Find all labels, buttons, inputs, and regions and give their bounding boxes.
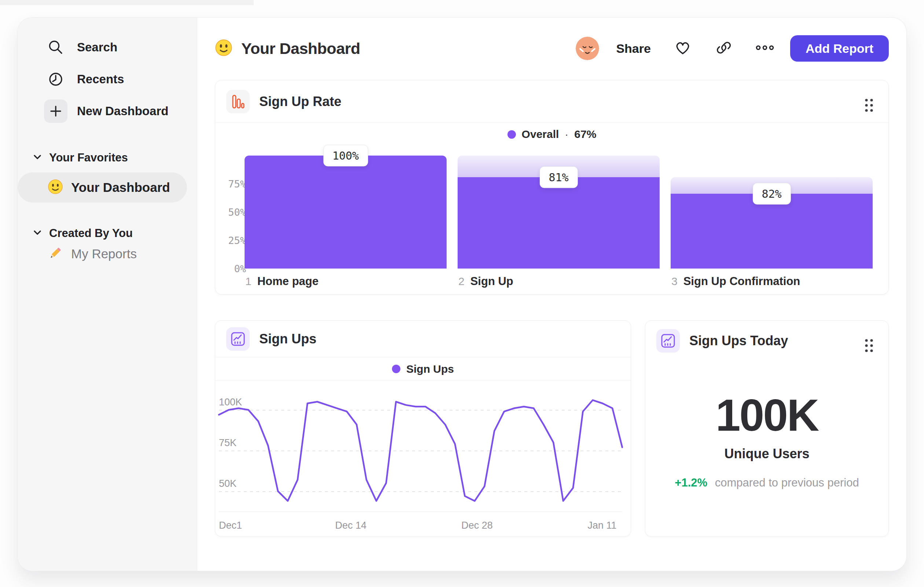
smiley-emoji	[48, 179, 63, 196]
ellipsis-icon	[755, 44, 774, 53]
page-header: Your Dashboard Share	[215, 35, 889, 62]
line-chart-icon	[226, 327, 250, 351]
line-x-axis: Dec1Dec 14Dec 28Jan 11	[219, 511, 622, 537]
funnel-step-label: 3 Sign Up Confirmation	[671, 275, 873, 288]
funnel-x-axis: 1 Home page 2 Sign Up 3 Sign Up Confirma…	[244, 275, 873, 288]
funnel-legend: Overall · 67%	[215, 125, 888, 144]
smiley-emoji	[215, 39, 233, 58]
metric-delta-row: +1.2% compared to previous period	[645, 476, 888, 489]
funnel-step-label: 1 Home page	[244, 275, 447, 288]
favorite-button[interactable]	[673, 39, 692, 58]
funnel-chart-icon	[226, 90, 250, 113]
x-tick-label: Jan 11	[587, 520, 616, 531]
sign-ups-today-card: Sign Ups Today 100K Unique Users +1.2% c…	[645, 320, 889, 537]
line-series	[219, 390, 622, 511]
sidebar-item-your-dashboard[interactable]: Your Dashboard	[18, 172, 187, 203]
metric-value: 100K	[645, 390, 888, 441]
card-title: Sign Up Rate	[259, 94, 342, 109]
funnel-bar-solid	[671, 194, 873, 269]
sidebar-item-label: New Dashboard	[77, 104, 168, 118]
sidebar-item-recents[interactable]: Recents	[18, 63, 197, 95]
drag-handle-icon[interactable]	[863, 96, 875, 116]
metric-label: Unique Users	[645, 446, 888, 461]
card-title: Sign Ups	[259, 331, 317, 347]
card-header: Sign Up Rate	[215, 80, 888, 123]
x-tick-label: Dec 14	[335, 520, 367, 531]
sidebar-item-my-reports[interactable]: My Reports	[18, 246, 197, 262]
step-number: 3	[672, 275, 678, 288]
card-title: Sign Ups Today	[689, 333, 788, 349]
pencil-emoji	[48, 245, 63, 262]
funnel-bar[interactable]: 82%	[671, 155, 873, 269]
line-legend: Sign Ups	[215, 357, 631, 381]
chevron-down-icon	[33, 154, 42, 161]
sidebar-section-title: Your Favorites	[49, 151, 128, 164]
step-name: Sign Up	[470, 275, 513, 288]
avatar[interactable]	[576, 37, 599, 60]
funnel-plot: 100% 81% 82%	[244, 155, 873, 269]
delta-value: +1.2%	[675, 476, 707, 489]
funnel-bar[interactable]: 100%	[244, 155, 447, 269]
step-name: Sign Up Confirmation	[683, 275, 800, 288]
heart-icon	[674, 39, 691, 58]
funnel-bar-solid	[244, 155, 447, 269]
more-options-button[interactable]	[756, 39, 774, 58]
x-tick-label: Dec1	[219, 520, 242, 531]
card-header: Sign Ups Today	[645, 321, 888, 361]
sidebar-section-created-by-you[interactable]: Created By You	[18, 227, 197, 240]
page-title: Your Dashboard	[241, 40, 360, 58]
funnel-bar-solid	[458, 177, 660, 269]
legend-dot	[507, 130, 516, 139]
funnel-step-label: 2 Sign Up	[458, 275, 660, 288]
background-window-edge	[0, 0, 254, 5]
x-tick-label: Dec 28	[461, 520, 493, 531]
funnel-bar[interactable]: 81%	[458, 155, 660, 269]
funnel-y-axis: 75%50%25%0%	[219, 155, 246, 269]
funnel-bar-tooltip: 82%	[752, 183, 790, 204]
line-chart-icon	[656, 329, 680, 352]
cards-row: Sign Ups Sign Ups 100K75K50K Dec1Dec 14D…	[215, 320, 889, 537]
legend-value: 67%	[574, 128, 596, 141]
sign-ups-card: Sign Ups Sign Ups 100K75K50K Dec1Dec 14D…	[215, 320, 631, 537]
app-window: Search Recents New Dashboard Your Favori…	[18, 18, 906, 571]
legend-label: Overall	[522, 128, 559, 141]
step-number: 1	[245, 275, 252, 288]
legend-label: Sign Ups	[406, 363, 454, 375]
line-plot: 100K75K50K	[219, 390, 622, 511]
sidebar: Search Recents New Dashboard Your Favori…	[18, 18, 197, 571]
sidebar-item-new-dashboard[interactable]: New Dashboard	[18, 95, 197, 127]
funnel-bar-tooltip: 81%	[540, 166, 578, 188]
share-button[interactable]: Share	[616, 41, 651, 56]
legend-separator: ·	[565, 128, 568, 141]
plus-icon	[44, 99, 68, 123]
drag-handle-icon[interactable]	[863, 337, 875, 356]
sidebar-item-search[interactable]: Search	[18, 31, 197, 63]
step-name: Home page	[257, 275, 318, 288]
sidebar-item-label: Search	[77, 40, 117, 54]
search-icon	[44, 36, 68, 59]
card-header: Sign Ups	[215, 321, 631, 357]
copy-link-button[interactable]	[714, 39, 733, 58]
step-number: 2	[458, 275, 465, 288]
chevron-down-icon	[33, 230, 42, 237]
delta-note: compared to previous period	[715, 476, 859, 489]
sidebar-item-label: Recents	[77, 72, 124, 86]
main-content: Your Dashboard Share	[197, 18, 906, 571]
sign-up-rate-card: Sign Up Rate Overall · 67% 75%50%25%0% 1…	[215, 80, 889, 294]
add-report-button[interactable]: Add Report	[790, 35, 889, 62]
sidebar-section-your-favorites[interactable]: Your Favorites	[18, 151, 197, 164]
sidebar-item-label: My Reports	[71, 246, 137, 261]
sidebar-item-label: Your Dashboard	[71, 180, 170, 195]
sidebar-section-title: Created By You	[49, 227, 133, 240]
clock-icon	[44, 68, 68, 91]
legend-dot	[392, 365, 400, 373]
link-icon	[715, 39, 733, 58]
funnel-bar-tooltip: 100%	[323, 145, 368, 167]
